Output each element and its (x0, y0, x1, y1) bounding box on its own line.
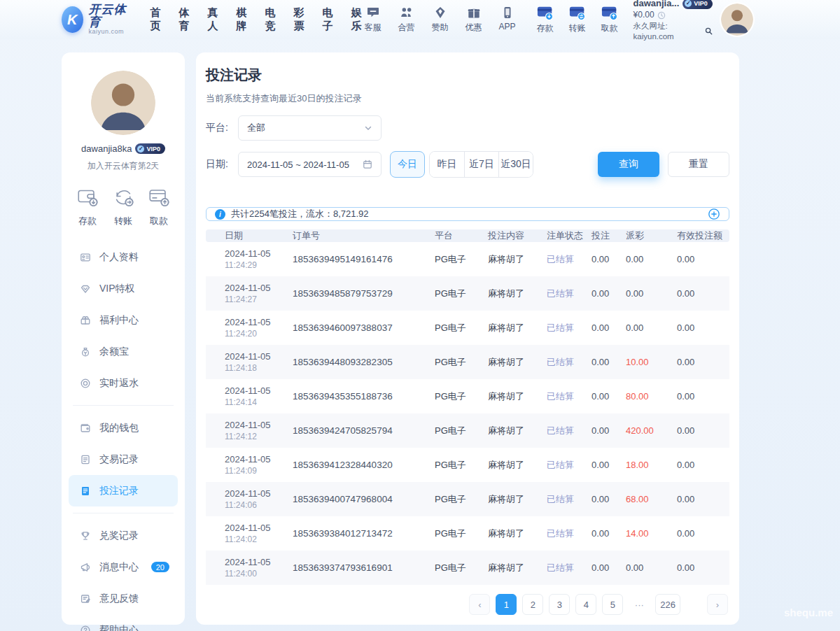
unread-badge: 20 (151, 562, 169, 572)
sidebar-menu-item[interactable]: VIP特权 (69, 273, 178, 304)
deposit-icon (76, 185, 99, 211)
cell-status: 已结算 (547, 459, 592, 472)
cell-valid-amount: 0.00 (677, 254, 729, 264)
pagination-item[interactable]: › (707, 594, 728, 615)
betting-records-panel: 投注记录 当前系统支持查询最近30日的投注记录 平台: 全部 日期: 2024-… (196, 52, 739, 625)
quick-action-label: 取款 (150, 215, 168, 227)
sidebar-menu-item[interactable]: 兑奖记录 (69, 520, 178, 551)
table-row: 2024-11-05 11:24:06 1853639400747968004 … (206, 482, 729, 516)
quick-action[interactable]: 转账 (111, 185, 135, 227)
cell-bet-amount: 0.00 (592, 357, 626, 367)
feature-label: 客服 (365, 22, 382, 34)
welfare-icon (80, 315, 91, 326)
sidebar-menu-item[interactable]: 帮助中心 (69, 614, 178, 631)
search-icon[interactable] (705, 27, 713, 35)
date-range-value: 2024-11-05 ~ 2024-11-05 (247, 159, 349, 170)
wallet-item[interactable]: 存款 (534, 5, 556, 34)
cell-order-number: 1853639495149161476 (293, 254, 435, 264)
vip-badge: ✓ VIP0 (135, 143, 165, 154)
pagination-item[interactable]: ‹ (469, 594, 490, 615)
sidebar-menu-item[interactable]: 个人资料 (69, 241, 178, 273)
sidebar-menu-item[interactable]: 余额宝 (69, 336, 178, 367)
vip-shield-icon: ✓ (685, 0, 692, 7)
nav-item[interactable]: 棋牌 (237, 6, 247, 33)
feature-item[interactable]: 优惠 (463, 6, 485, 34)
wallet-item[interactable]: 转账 (566, 5, 589, 34)
page-subtitle: 当前系统支持查询最近30日的投注记录 (206, 92, 729, 105)
divider (73, 513, 174, 513)
nav-item[interactable]: 电子 (323, 6, 333, 33)
nav-item[interactable]: 电竞 (265, 6, 276, 33)
username[interactable]: dawanjia... (634, 0, 680, 9)
reset-button[interactable]: 重置 (668, 152, 729, 177)
table-row: 2024-11-05 11:24:02 1853639384012713472 … (206, 516, 729, 551)
nav-item[interactable]: 真人 (208, 6, 218, 33)
quick-action[interactable]: 取款 (147, 185, 171, 227)
sidebar-menu-item[interactable]: 意见反馈 (69, 583, 178, 614)
sidebar-menu-item[interactable]: 实时返水 (69, 367, 178, 399)
brand-logo[interactable]: K 开云体育 kaiyun.com (62, 3, 130, 35)
cell-status: 已结算 (547, 288, 592, 300)
feature-item[interactable]: APP (496, 6, 519, 34)
sidebar-menu-item[interactable]: 交易记录 (69, 444, 178, 475)
pagination-item[interactable]: ··· (629, 594, 650, 615)
topbar: K 开云体育 kaiyun.com 首页 体育 真人 棋牌 电竞 彩票 电子 娱… (0, 0, 840, 39)
nav-item[interactable]: 体育 (179, 6, 190, 33)
sidebar-menu-item[interactable]: 我的钱包 (69, 412, 178, 444)
cell-status: 已结算 (547, 253, 592, 266)
nav-item[interactable]: 彩票 (294, 6, 304, 33)
sidebar-menu-item[interactable]: 消息中心 20 (69, 551, 178, 583)
cell-bet-amount: 0.00 (592, 288, 626, 299)
cell-date: 2024-11-05 11:24:09 (225, 454, 293, 476)
range-button[interactable]: 昨日 (430, 152, 464, 177)
query-button[interactable]: 查询 (598, 152, 659, 177)
refresh-balance-icon[interactable] (657, 11, 666, 20)
sidebar-menu-item[interactable]: 投注记录 (69, 475, 178, 506)
profile-avatar[interactable] (91, 71, 155, 135)
menu-item-label: 交易记录 (99, 453, 139, 466)
wallet-item[interactable]: 取款 (598, 5, 621, 34)
menu-item-label: 我的钱包 (99, 422, 139, 434)
cell-platform: PG电子 (435, 288, 488, 300)
quick-action[interactable]: 存款 (76, 185, 99, 227)
cell-order-number: 1853639400747968004 (293, 494, 435, 504)
pagination-item[interactable]: 3 (549, 594, 570, 615)
quick-actions: 存款 转账 取款 (62, 185, 185, 227)
feature-item[interactable]: 客服 (362, 6, 384, 34)
pagination-item[interactable]: 1 (496, 594, 517, 615)
range-button[interactable]: 近30日 (498, 152, 533, 177)
platform-select-value: 全部 (247, 122, 265, 134)
cell-platform: PG电子 (435, 493, 488, 506)
sidebar-menu-item[interactable]: 福利中心 (69, 304, 178, 336)
date-range-input[interactable]: 2024-11-05 ~ 2024-11-05 (238, 152, 382, 177)
cell-order-number: 1853639384012713472 (293, 528, 435, 539)
pagination-item[interactable]: 226 (655, 594, 680, 615)
message-icon (80, 562, 91, 573)
avatar[interactable] (721, 3, 753, 36)
cell-bet-content: 麻将胡了 (488, 459, 547, 472)
nav-item[interactable]: 首页 (150, 6, 161, 33)
cell-status: 已结算 (547, 390, 592, 403)
cell-date: 2024-11-05 11:24:20 (225, 317, 293, 339)
column-header: 有效投注额 (677, 229, 729, 242)
range-today-button[interactable]: 今日 (390, 151, 425, 178)
pagination-item[interactable]: 4 (575, 594, 596, 615)
feature-item[interactable]: 合营 (396, 6, 418, 34)
vip-shield-icon: ✓ (137, 146, 144, 153)
pagination-item[interactable]: 2 (522, 594, 543, 615)
cell-bet-content: 麻将胡了 (488, 493, 547, 506)
feature-item[interactable]: 赞助 (429, 6, 451, 34)
pagination-item[interactable]: 5 (602, 594, 623, 615)
expand-plus-icon[interactable] (708, 208, 720, 220)
menu-item-label: 消息中心 (99, 561, 139, 574)
column-header: 平台 (435, 229, 488, 242)
platform-select[interactable]: 全部 (238, 115, 382, 141)
range-button[interactable]: 近7日 (464, 152, 498, 177)
column-header: 订单号 (293, 229, 435, 242)
cell-bet-amount: 0.00 (592, 322, 626, 333)
cell-bet-amount: 0.00 (592, 254, 626, 264)
join-days-text: 加入开云体育第2天 (62, 160, 185, 172)
cell-order-number: 1853639424705825794 (293, 425, 435, 436)
nav-item[interactable]: 娱乐 (351, 6, 362, 33)
cell-payout: 0.00 (626, 322, 677, 333)
